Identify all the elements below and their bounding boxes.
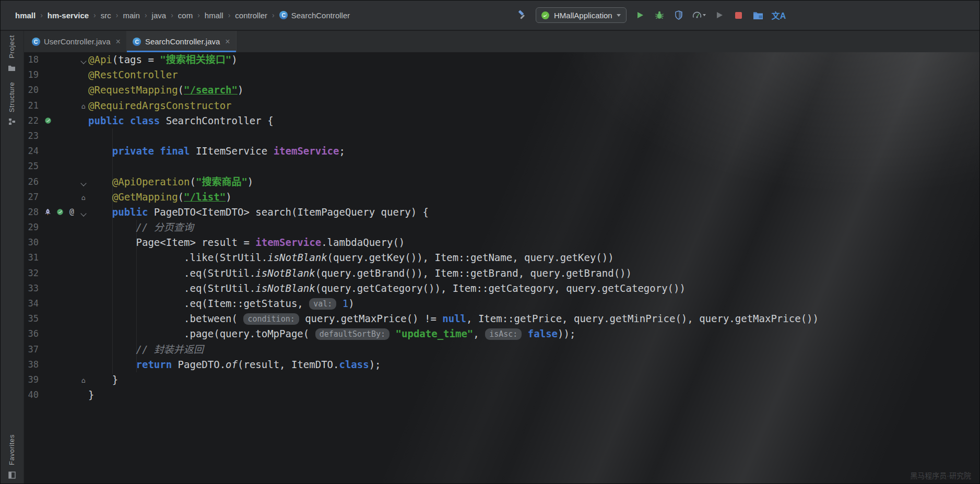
breadcrumb-item[interactable]: hm-service	[48, 11, 89, 20]
fold-zone	[79, 52, 88, 67]
breadcrumb-label: com	[178, 11, 193, 20]
code-text: Page<Item> result = itemService.lambdaQu…	[88, 235, 405, 250]
breadcrumb-label: hmall	[205, 11, 223, 20]
line-number[interactable]: 36	[25, 326, 39, 341]
tab-close-icon[interactable]: ×	[225, 38, 230, 46]
code-area: 18@Api(tags = "搜索相关接口")19@RestController…	[25, 52, 979, 403]
run-button[interactable]	[634, 9, 646, 21]
line-number[interactable]: 21	[25, 98, 39, 113]
fold-zone	[79, 159, 88, 174]
code-line: 33 .eq(StrUtil.isNotBlank(query.getCateg…	[25, 281, 979, 296]
spring-bean-icon[interactable]	[43, 116, 52, 125]
line-number[interactable]: 22	[25, 113, 39, 128]
fold-zone	[79, 250, 88, 265]
stripe-label: Project	[8, 35, 16, 58]
code-line: 29 // 分页查询	[25, 220, 979, 235]
code-line: 21⌂@RequiredArgsConstructor	[25, 98, 979, 113]
line-number[interactable]: 37	[25, 342, 39, 357]
editor-tab[interactable]: CSearchController.java×	[127, 31, 237, 52]
line-number[interactable]: 23	[25, 128, 39, 144]
editor-tab[interactable]: CUserController.java×	[26, 31, 127, 52]
fold-open-icon[interactable]	[81, 174, 86, 190]
line-number[interactable]: 40	[25, 387, 39, 403]
tool-stripe-structure[interactable]: Structure	[7, 82, 16, 126]
line-number[interactable]: 28	[25, 205, 39, 220]
code-text: public class SearchController {	[88, 113, 274, 128]
line-number[interactable]: 32	[25, 266, 39, 281]
fold-zone	[79, 220, 88, 235]
gutter-icons	[39, 372, 79, 387]
translate-icon[interactable]: 文A	[772, 9, 786, 21]
line-number[interactable]: 18	[25, 52, 39, 67]
breadcrumb-item[interactable]: java	[152, 11, 167, 20]
line-number[interactable]: 24	[25, 144, 39, 159]
line-number[interactable]: 20	[25, 82, 39, 98]
tool-stripe-project[interactable]: Project	[7, 35, 16, 73]
tab-label: UserController.java	[44, 37, 111, 46]
mapping-at-icon[interactable]: @	[67, 208, 76, 217]
fold-region-icon[interactable]: ⌂	[81, 189, 86, 205]
line-number[interactable]: 34	[25, 296, 39, 311]
build-hammer-icon[interactable]	[516, 9, 528, 21]
run-config-label: HMallApplication	[554, 11, 612, 20]
breadcrumb-item[interactable]: main	[123, 11, 140, 20]
line-number[interactable]: 31	[25, 250, 39, 265]
indent-guide	[112, 128, 113, 374]
line-number[interactable]: 33	[25, 281, 39, 296]
gutter-icons	[39, 128, 79, 144]
breadcrumb-item[interactable]: hmall	[15, 11, 36, 20]
code-line: 23	[25, 128, 979, 144]
gutter-icons	[39, 235, 79, 250]
fold-zone	[79, 387, 88, 403]
breadcrumb-separator: ›	[145, 11, 147, 19]
rocket-icon[interactable]	[43, 208, 52, 217]
tool-stripe-favorites[interactable]: Favorites	[7, 434, 16, 479]
tab-label: SearchController.java	[145, 37, 220, 46]
fold-zone	[79, 174, 88, 190]
breadcrumb-item[interactable]: hmall	[205, 11, 223, 20]
breadcrumb-item[interactable]: com	[178, 11, 193, 20]
fold-zone	[79, 113, 88, 128]
line-number[interactable]: 30	[25, 235, 39, 250]
breadcrumb-separator: ›	[40, 11, 43, 19]
rerun-button[interactable]	[714, 9, 725, 21]
fold-open-icon[interactable]	[81, 52, 86, 67]
line-number[interactable]: 27	[25, 190, 39, 205]
code-text: @RequiredArgsConstructor	[88, 98, 232, 113]
breadcrumb: hmall›hm-service›src›main›java›com›hmall…	[15, 1, 350, 30]
gutter-icons	[39, 311, 79, 326]
fold-region-icon[interactable]: ⌂	[81, 98, 86, 114]
fold-open-icon[interactable]	[81, 205, 86, 220]
editor[interactable]: 18@Api(tags = "搜索相关接口")19@RestController…	[25, 52, 979, 483]
breadcrumb-label: hmall	[15, 11, 36, 20]
breadcrumb-separator: ›	[228, 11, 231, 19]
run-config-selector[interactable]: HMallApplication	[536, 7, 627, 23]
code-line: 20@RequestMapping("/search")	[25, 82, 979, 98]
gutter-icons: @	[39, 205, 79, 220]
line-number[interactable]: 29	[25, 220, 39, 235]
profiler-button[interactable]	[692, 9, 706, 21]
line-number[interactable]: 39	[25, 372, 39, 387]
project-folder-icon[interactable]	[752, 9, 764, 21]
fold-region-icon[interactable]: ⌂	[81, 372, 86, 388]
stop-button[interactable]	[733, 9, 745, 21]
stop-icon	[735, 12, 742, 19]
gutter-icons	[39, 357, 79, 372]
fold-zone: ⌂	[79, 190, 88, 205]
line-number[interactable]: 26	[25, 174, 39, 190]
breadcrumb-item[interactable]: controller	[235, 11, 267, 20]
breadcrumb-item[interactable]: src	[101, 11, 111, 20]
code-text: @RequestMapping("/search")	[88, 82, 243, 98]
line-number[interactable]: 19	[25, 67, 39, 82]
code-text: @Api(tags = "搜索相关接口")	[88, 52, 238, 67]
code-line: 34 .eq(Item::getStatus, val: 1)	[25, 296, 979, 311]
coverage-button[interactable]	[673, 9, 684, 21]
chevron-down-icon	[617, 14, 621, 17]
debug-button[interactable]	[654, 9, 665, 21]
spring-bean-icon[interactable]	[55, 208, 64, 217]
line-number[interactable]: 25	[25, 159, 39, 174]
line-number[interactable]: 38	[25, 357, 39, 372]
line-number[interactable]: 35	[25, 311, 39, 326]
tab-close-icon[interactable]: ×	[116, 38, 121, 46]
breadcrumb-item[interactable]: CSearchController	[279, 11, 350, 20]
